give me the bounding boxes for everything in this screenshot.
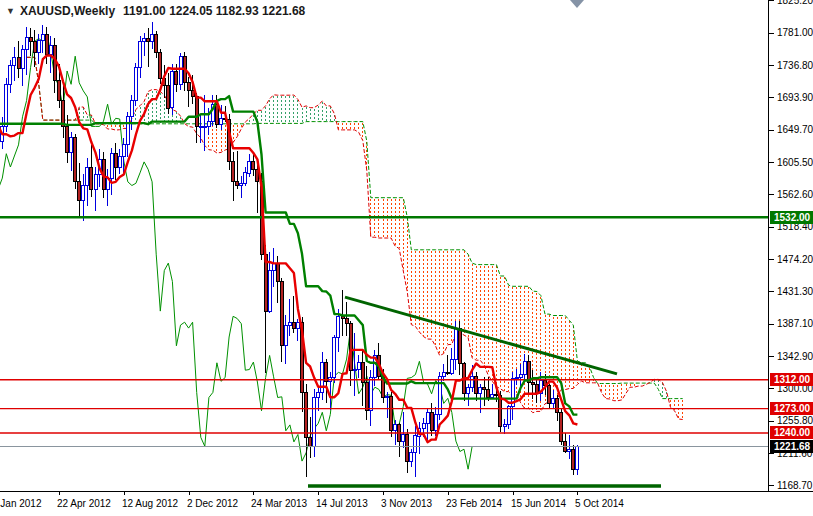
date-tick <box>448 492 449 495</box>
price-tick <box>769 194 774 195</box>
price-level-badge: 1221.68 <box>770 440 813 453</box>
time-axis[interactable]: 1 Jan 201222 Apr 201212 Aug 20122 Dec 20… <box>0 491 813 516</box>
price-tick <box>769 0 774 1</box>
price-tick <box>769 65 774 66</box>
chart-window: ▼XAUUSD,Weekly1191.00 1224.05 1182.93 12… <box>0 0 813 516</box>
chart-plot-area[interactable] <box>0 0 768 490</box>
date-tick <box>513 492 514 495</box>
price-tick-label: 1736.80 <box>777 60 813 71</box>
date-tick <box>577 492 578 495</box>
price-tick-label: 1781.00 <box>777 27 813 38</box>
date-tick-label: 12 Aug 2012 <box>122 498 178 509</box>
price-tick-label: 1431.30 <box>777 286 813 297</box>
price-tick-label: 1605.50 <box>777 157 813 168</box>
price-tick <box>769 97 774 98</box>
price-tick-label: 1474.20 <box>777 254 813 265</box>
price-level-badge: 1273.00 <box>770 402 813 415</box>
date-tick-label: 1 Jan 2012 <box>0 498 42 509</box>
date-tick-label: 3 Nov 2013 <box>381 498 432 509</box>
price-tick <box>769 227 774 228</box>
price-tick-label: 1387.10 <box>777 318 813 329</box>
price-tick-label: 1342.90 <box>777 351 813 362</box>
price-level-badge: 1240.00 <box>770 426 813 439</box>
date-tick <box>189 492 190 495</box>
price-level-badge: 1312.00 <box>770 373 813 386</box>
price-axis[interactable]: 1825.201781.001736.801693.901649.701605.… <box>768 0 813 491</box>
price-tick <box>769 388 774 389</box>
price-tick <box>769 485 774 486</box>
date-tick-label: 23 Feb 2014 <box>446 498 502 509</box>
price-tick <box>769 453 774 454</box>
price-tick <box>769 259 774 260</box>
collapse-arrow-icon[interactable]: ▼ <box>6 6 15 16</box>
date-tick-label: 24 Mar 2013 <box>251 498 307 509</box>
price-tick <box>769 356 774 357</box>
price-tick <box>769 33 774 34</box>
price-tick <box>769 421 774 422</box>
date-tick <box>124 492 125 495</box>
chart-canvas[interactable] <box>0 0 768 490</box>
price-tick <box>769 324 774 325</box>
price-tick <box>769 162 774 163</box>
price-tick <box>769 130 774 131</box>
date-tick <box>59 492 60 495</box>
symbol-timeframe-label: XAUUSD,Weekly <box>20 4 115 18</box>
price-tick-label: 1562.60 <box>777 189 813 200</box>
price-tick <box>769 291 774 292</box>
chart-shift-marker-icon[interactable] <box>570 0 584 8</box>
price-tick-label: 1168.70 <box>777 480 812 491</box>
ohlc-values: 1191.00 1224.05 1182.93 1221.68 <box>123 4 305 18</box>
price-tick-label: 1693.90 <box>777 92 813 103</box>
date-tick <box>318 492 319 495</box>
date-tick <box>253 492 254 495</box>
date-tick-label: 2 Dec 2012 <box>187 498 238 509</box>
price-tick-label: 1825.20 <box>777 0 813 6</box>
date-tick-label: 14 Jul 2013 <box>316 498 368 509</box>
date-tick-label: 15 Jun 2014 <box>511 498 566 509</box>
date-tick-label: 5 Oct 2014 <box>575 498 624 509</box>
date-tick <box>383 492 384 495</box>
date-tick-label: 22 Apr 2012 <box>57 498 111 509</box>
price-level-badge: 1532.00 <box>770 211 813 224</box>
price-tick-label: 1649.70 <box>777 124 813 135</box>
chart-title: ▼XAUUSD,Weekly1191.00 1224.05 1182.93 12… <box>6 4 305 18</box>
price-tick-label: 1255.80 <box>777 415 813 426</box>
